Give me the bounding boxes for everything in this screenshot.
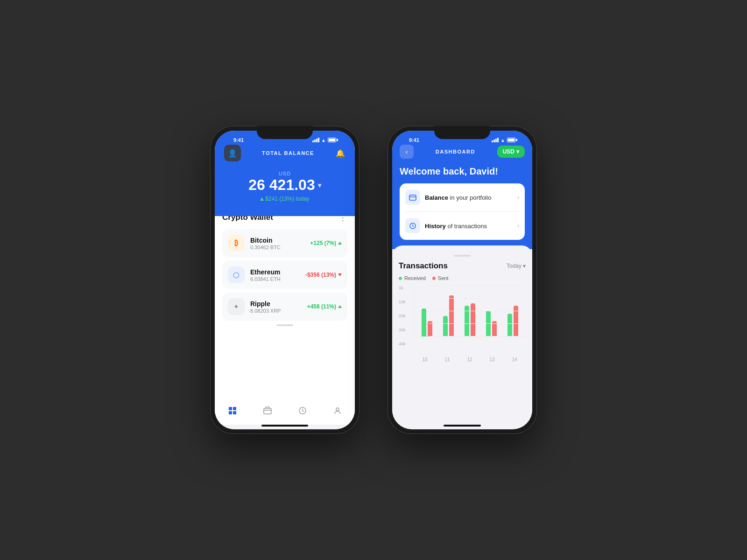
balance-chevron: › bbox=[517, 194, 519, 201]
balance-menu-item[interactable]: Balance in your portfolio › bbox=[405, 183, 519, 212]
home-bar-1 bbox=[261, 425, 308, 427]
bar-sent-12 bbox=[471, 303, 475, 337]
signal-icon bbox=[312, 138, 319, 142]
x-label-11: 11 bbox=[444, 357, 450, 362]
phone-2: 9:41 ▲ bbox=[388, 126, 537, 434]
change-arrow-up bbox=[260, 197, 264, 201]
avatar[interactable]: 👤 bbox=[224, 145, 241, 161]
battery-icon bbox=[328, 138, 336, 142]
phone-1: 9:41 ▲ 👤 bbox=[210, 126, 359, 434]
welcome-text: Welcome back, David! bbox=[400, 166, 525, 177]
nav-home[interactable] bbox=[226, 404, 239, 417]
bar-received-12 bbox=[465, 306, 469, 336]
bottom-nav bbox=[215, 400, 355, 425]
crypto-item-eth[interactable]: ⬡ Ethereum 6.03841 ETH -$356 (13%) bbox=[222, 261, 347, 289]
transactions-header: Transactions Today ▾ bbox=[399, 261, 526, 271]
bar-sent-10 bbox=[428, 321, 432, 336]
header-title-1: TOTAL BALANCE bbox=[262, 150, 314, 156]
balance-dropdown-icon[interactable]: ▾ bbox=[318, 182, 321, 189]
battery-icon-2 bbox=[507, 138, 515, 142]
back-button[interactable]: ‹ bbox=[400, 145, 414, 159]
svg-rect-2 bbox=[229, 411, 232, 414]
y-axis: 40k 30k 20k 10k 1k bbox=[399, 286, 406, 346]
period-chevron: ▾ bbox=[523, 263, 526, 269]
scroll-indicator-2 bbox=[454, 255, 471, 257]
chevron-down-icon: ▾ bbox=[516, 148, 519, 155]
status-icons-1: ▲ bbox=[312, 138, 336, 143]
today-button[interactable]: Today ▾ bbox=[507, 263, 526, 269]
bar-received-11 bbox=[443, 316, 448, 336]
bar-group-13 bbox=[486, 311, 497, 336]
phone1-body: Crypto Wallet ⋮ ₿ Bitcoin 0.30462 BTC + bbox=[215, 210, 355, 400]
xrp-change: +458 (11%) bbox=[307, 303, 342, 310]
svg-rect-0 bbox=[229, 407, 232, 410]
legend-sent: Sent bbox=[432, 275, 449, 281]
history-menu-item[interactable]: History of transactions › bbox=[405, 212, 519, 240]
svg-rect-3 bbox=[233, 411, 236, 414]
dashboard-title: DASHBOARD bbox=[436, 149, 475, 154]
svg-rect-7 bbox=[409, 195, 416, 200]
crypto-item-btc[interactable]: ₿ Bitcoin 0.30462 BTC +125 (7%) bbox=[222, 229, 347, 257]
currency-button[interactable]: USD ▾ bbox=[497, 146, 525, 158]
phone1-top-bar: 👤 TOTAL BALANCE 🔔 bbox=[224, 145, 345, 161]
transactions-title: Transactions bbox=[399, 261, 448, 271]
btc-info: Bitcoin 0.30462 BTC bbox=[250, 237, 281, 250]
status-time-2: 9:41 bbox=[409, 137, 419, 143]
chart-area: 40k 30k 20k 10k 1k bbox=[399, 286, 526, 356]
notch-1 bbox=[257, 126, 313, 139]
phone1-header: 9:41 ▲ 👤 bbox=[215, 131, 355, 216]
xrp-up-arrow bbox=[338, 305, 342, 308]
x-label-10: 10 bbox=[422, 357, 427, 362]
balance-section: USD 26 421.03 ▾ $241 (13%) today bbox=[224, 171, 345, 202]
balance-change: $241 (13%) today bbox=[224, 196, 345, 202]
scene: 9:41 ▲ 👤 bbox=[0, 126, 747, 434]
home-bar-2 bbox=[444, 425, 481, 427]
sent-dot bbox=[432, 277, 436, 280]
nav-history[interactable] bbox=[296, 404, 309, 417]
history-menu-icon bbox=[405, 218, 420, 233]
eth-change: -$356 (13%) bbox=[305, 272, 342, 278]
legend-received: Received bbox=[399, 275, 426, 281]
btc-icon: ₿ bbox=[228, 235, 245, 252]
wifi-icon: ▲ bbox=[321, 138, 326, 143]
bell-icon[interactable]: 🔔 bbox=[335, 148, 345, 158]
status-time-1: 9:41 bbox=[233, 137, 244, 143]
btc-up-arrow bbox=[338, 242, 342, 245]
bar-received-14 bbox=[507, 314, 512, 337]
svg-rect-1 bbox=[233, 407, 236, 410]
xrp-icon: ✦ bbox=[228, 298, 245, 315]
received-dot bbox=[399, 277, 402, 280]
status-icons-2: ▲ bbox=[492, 138, 515, 143]
scroll-indicator-1 bbox=[276, 324, 293, 326]
xrp-info: Ripple 8.08203 XRP bbox=[250, 300, 281, 314]
bar-sent-14 bbox=[514, 306, 518, 336]
eth-info: Ethereum 6.03841 ETH bbox=[250, 268, 281, 282]
bar-group-10 bbox=[422, 308, 432, 337]
btc-change: +125 (7%) bbox=[310, 240, 342, 246]
x-label-13: 13 bbox=[489, 357, 494, 362]
svg-point-6 bbox=[336, 408, 339, 411]
bar-group-11 bbox=[443, 295, 454, 336]
crypto-item-xrp[interactable]: ✦ Ripple 8.08203 XRP +458 (11%) bbox=[222, 293, 347, 321]
bar-received-13 bbox=[486, 311, 491, 336]
history-label: History of transactions bbox=[425, 223, 517, 230]
nav-wallet[interactable] bbox=[261, 404, 274, 417]
bar-sent-11 bbox=[449, 295, 454, 336]
balance-amount: 26 421.03 ▾ bbox=[224, 176, 345, 194]
chart-legend: Received Sent bbox=[399, 275, 526, 281]
nav-profile[interactable] bbox=[331, 404, 344, 417]
history-chevron: › bbox=[517, 223, 519, 229]
x-label-14: 14 bbox=[512, 357, 517, 362]
eth-down-arrow bbox=[338, 273, 342, 276]
notch-2 bbox=[434, 126, 490, 139]
balance-label: Balance in your portfolio bbox=[425, 194, 517, 201]
eth-icon: ⬡ bbox=[228, 266, 245, 283]
x-label-12: 12 bbox=[467, 357, 472, 362]
signal-icon-2 bbox=[492, 138, 499, 142]
bar-sent-13 bbox=[492, 321, 497, 336]
balance-currency: USD bbox=[224, 171, 345, 176]
phone2-header: 9:41 ▲ bbox=[392, 131, 532, 249]
wifi-icon-2: ▲ bbox=[500, 138, 505, 143]
phone2-top-bar: ‹ DASHBOARD USD ▾ bbox=[400, 145, 525, 159]
bar-group-12 bbox=[465, 303, 475, 337]
